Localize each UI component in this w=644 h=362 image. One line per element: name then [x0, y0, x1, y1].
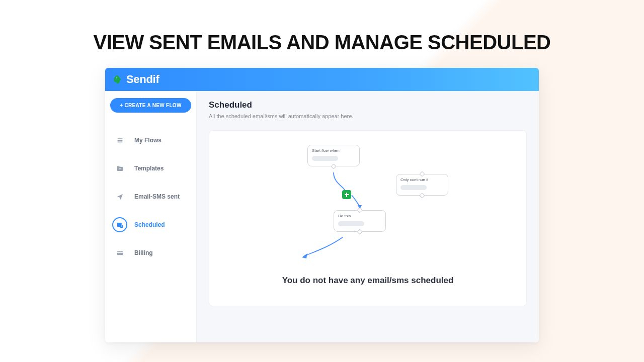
content-card: Start flow when Only continue if Do this: [209, 130, 527, 306]
sidebar-item-label: Templates: [134, 165, 164, 172]
svg-rect-8: [117, 251, 122, 255]
brand-name: Sendif: [126, 73, 159, 86]
sidebar-item-templates[interactable]: Templates: [110, 161, 191, 176]
svg-rect-9: [117, 252, 122, 253]
sidebar-item-email-sms-sent[interactable]: Email-SMS sent: [110, 189, 191, 204]
flow-node-label: Do this: [338, 214, 381, 218]
calendar-clock-icon: [112, 217, 127, 232]
folder-plus-icon: [112, 161, 127, 176]
sidebar-nav: My Flows Templates Email-SMS sent: [110, 133, 191, 260]
svg-rect-6: [117, 223, 121, 224]
stack-icon: [112, 133, 127, 148]
brand-logo-icon: [112, 74, 122, 84]
flow-node-condition: Only continue if: [396, 174, 448, 196]
topbar: Sendif: [105, 68, 539, 91]
sidebar-item-billing[interactable]: Billing: [110, 245, 191, 260]
svg-rect-2: [117, 138, 122, 139]
empty-state-message: You do not have any email/sms scheduled: [282, 276, 454, 286]
credit-card-icon: [112, 245, 127, 260]
placeholder-bar: [312, 156, 338, 161]
empty-state-illustration: Start flow when Only continue if Do this: [287, 145, 448, 260]
placeholder-bar: [400, 185, 427, 190]
marketing-headline: VIEW SENT EMAILS AND MANAGE SCHEDULED: [0, 0, 644, 68]
paper-plane-icon: [112, 189, 127, 204]
sidebar: + CREATE A NEW FLOW My Flows Templates: [105, 91, 197, 342]
sidebar-item-my-flows[interactable]: My Flows: [110, 133, 191, 148]
create-flow-button[interactable]: + CREATE A NEW FLOW: [110, 98, 191, 113]
svg-point-1: [116, 77, 117, 78]
svg-marker-11: [302, 253, 307, 258]
flow-node-label: Only continue if: [400, 177, 444, 182]
svg-rect-4: [117, 141, 122, 142]
flow-node-label: Start flow when: [312, 148, 355, 153]
flow-node-action: Do this: [334, 210, 386, 232]
page-title: Scheduled: [209, 100, 527, 110]
sidebar-item-label: Scheduled: [134, 221, 165, 228]
flow-add-step-icon: [342, 190, 351, 199]
svg-rect-3: [117, 140, 122, 141]
sidebar-item-label: Email-SMS sent: [134, 193, 180, 200]
page-subtitle: All the scheduled email/sms will automat…: [209, 113, 527, 119]
main-panel: Scheduled All the scheduled email/sms wi…: [197, 91, 539, 342]
app-window: Sendif + CREATE A NEW FLOW My Flows Temp…: [105, 68, 539, 342]
sidebar-item-label: Billing: [134, 249, 153, 256]
placeholder-bar: [338, 221, 364, 226]
flow-node-start: Start flow when: [307, 145, 360, 166]
sidebar-item-scheduled[interactable]: Scheduled: [110, 217, 191, 232]
sidebar-item-label: My Flows: [134, 137, 162, 144]
